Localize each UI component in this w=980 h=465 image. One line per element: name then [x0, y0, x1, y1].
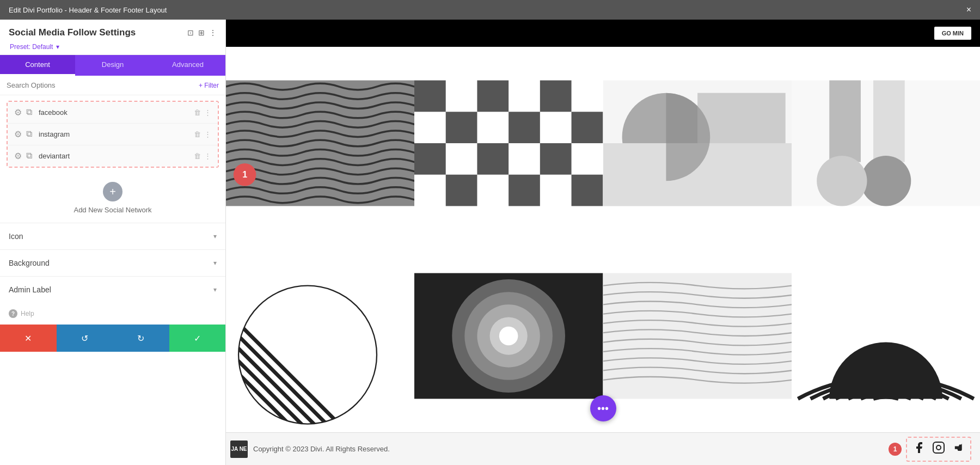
duplicate-icon[interactable]: ⧉	[26, 107, 32, 118]
svg-rect-6	[540, 81, 572, 112]
add-new-label: Add New Social Network	[74, 206, 151, 214]
accordion-admin-label-header[interactable]: Admin Label ▾	[0, 277, 225, 303]
social-item-right-icons: 🗑 ⋮	[194, 152, 211, 160]
svg-point-43	[499, 327, 518, 346]
grid-cell-7	[603, 240, 792, 432]
svg-rect-13	[446, 175, 477, 206]
settings-icon[interactable]: ⚙	[14, 107, 22, 118]
settings-icon[interactable]: ⚙	[14, 129, 22, 139]
left-panel: Social Media Follow Settings ⊡ ⊞ ⋮ Prese…	[0, 20, 226, 465]
floating-action-button[interactable]: •••	[590, 395, 616, 421]
svg-rect-21	[873, 81, 905, 162]
accordion-admin-label: Admin Label ▾	[0, 276, 225, 303]
go-min-button[interactable]: GO MIN	[934, 27, 971, 40]
svg-rect-15	[572, 175, 603, 206]
social-icons-preview	[906, 437, 971, 462]
svg-rect-9	[572, 112, 603, 143]
more-icon[interactable]: ⋮	[204, 152, 211, 160]
preset-label[interactable]: Preset: Default ▾	[9, 43, 59, 51]
grid-cell-6	[414, 240, 603, 432]
menu-icon[interactable]: ⋮	[209, 28, 217, 37]
svg-rect-11	[477, 143, 509, 175]
svg-text:1: 1	[242, 169, 247, 179]
help-icon: ?	[9, 309, 17, 318]
grid-cell-2	[414, 47, 603, 240]
help-label: Help	[21, 310, 34, 317]
tab-design[interactable]: Design	[75, 55, 150, 76]
social-item-name: deviantart	[39, 152, 194, 160]
social-networks-list: ⚙ ⧉ facebook 🗑 ⋮ ⚙ ⧉ instagram 🗑 ⋮	[7, 101, 219, 168]
duplicate-icon[interactable]: ⧉	[26, 129, 32, 139]
filter-button[interactable]: + Filter	[199, 82, 219, 89]
add-social-network-button[interactable]: +	[103, 182, 122, 201]
preset-row: Preset: Default ▾	[9, 41, 217, 51]
more-icon[interactable]: ⋮	[204, 108, 211, 117]
svg-rect-12	[540, 143, 572, 175]
chevron-down-icon: ▾	[213, 233, 217, 240]
delete-icon[interactable]: 🗑	[194, 152, 201, 160]
social-item-name: facebook	[39, 108, 194, 117]
preview-footer: JA NE Copyright © 2023 Divi. All Rights …	[226, 432, 980, 465]
delete-icon[interactable]: 🗑	[194, 108, 201, 117]
cancel-icon: ✕	[24, 333, 32, 344]
svg-point-22	[861, 156, 911, 206]
search-bar: + Filter	[0, 76, 225, 95]
footer-copyright: Copyright © 2023 Divi. All Rights Reserv…	[253, 445, 390, 453]
undo-button[interactable]: ↺	[57, 325, 113, 352]
social-item-right-icons: 🗑 ⋮	[194, 108, 211, 117]
svg-rect-5	[477, 81, 509, 112]
svg-rect-46	[933, 442, 944, 453]
panel-title-row: Social Media Follow Settings ⊡ ⊞ ⋮	[9, 27, 217, 38]
bottom-action-bar: ✕ ↺ ↻ ✓	[0, 325, 225, 352]
social-item-facebook: ⚙ ⧉ facebook 🗑 ⋮	[8, 102, 218, 124]
title-bar: Edit Divi Portfolio - Header & Footer Fo…	[0, 0, 980, 20]
save-button[interactable]: ✓	[169, 325, 226, 352]
grid-cell-4	[792, 47, 980, 240]
add-new-section: + Add New Social Network	[0, 173, 225, 223]
chevron-down-icon: ▾	[213, 286, 217, 293]
panel-title-icons: ⊡ ⊞ ⋮	[187, 28, 217, 37]
save-icon: ✓	[194, 333, 201, 344]
layout-icon[interactable]: ⊞	[198, 28, 205, 37]
svg-point-23	[817, 156, 867, 206]
svg-rect-14	[509, 175, 540, 206]
tabs-bar: Content Design Advanced	[0, 55, 225, 76]
svg-rect-7	[446, 112, 477, 143]
facebook-preview-icon[interactable]	[912, 441, 926, 457]
target-icon[interactable]: ⊡	[187, 28, 194, 37]
tab-content[interactable]: Content	[0, 55, 75, 76]
duplicate-icon[interactable]: ⧉	[26, 151, 32, 161]
window-title: Edit Divi Portfolio - Header & Footer Fo…	[9, 6, 167, 14]
accordion-background-header[interactable]: Background ▾	[0, 250, 225, 276]
help-section[interactable]: ? Help	[0, 303, 225, 325]
svg-rect-20	[829, 81, 861, 162]
close-button[interactable]: ×	[966, 5, 971, 15]
accordion-icon-header[interactable]: Icon ▾	[0, 223, 225, 249]
grid-cell-3	[603, 47, 792, 240]
more-icon[interactable]: ⋮	[204, 130, 211, 138]
redo-button[interactable]: ↻	[113, 325, 169, 352]
search-input[interactable]	[7, 81, 194, 89]
tab-advanced[interactable]: Advanced	[150, 55, 225, 76]
svg-rect-18	[697, 93, 786, 143]
delete-icon[interactable]: 🗑	[194, 130, 201, 138]
grid-cell-5	[226, 240, 414, 432]
instagram-preview-icon[interactable]	[932, 441, 945, 457]
social-item-instagram: ⚙ ⧉ instagram 🗑 ⋮	[8, 124, 218, 145]
cancel-button[interactable]: ✕	[0, 325, 57, 352]
svg-point-47	[936, 445, 941, 450]
settings-icon[interactable]: ⚙	[14, 151, 22, 161]
footer-left: JA NE Copyright © 2023 Divi. All Rights …	[230, 440, 390, 458]
footer-right: 1	[889, 437, 971, 462]
accordion-admin-label-label: Admin Label	[9, 285, 51, 294]
svg-rect-10	[414, 143, 446, 175]
svg-rect-4	[414, 81, 446, 112]
social-item-left-icons: ⚙ ⧉	[14, 107, 32, 118]
image-grid: 1	[226, 47, 980, 432]
social-item-name: instagram	[39, 130, 194, 138]
grid-cell-8	[792, 240, 980, 432]
deviantart-preview-icon[interactable]	[952, 441, 965, 457]
social-item-left-icons: ⚙ ⧉	[14, 129, 32, 139]
social-item-left-icons: ⚙ ⧉	[14, 151, 32, 161]
panel-header: Social Media Follow Settings ⊡ ⊞ ⋮ Prese…	[0, 20, 225, 55]
